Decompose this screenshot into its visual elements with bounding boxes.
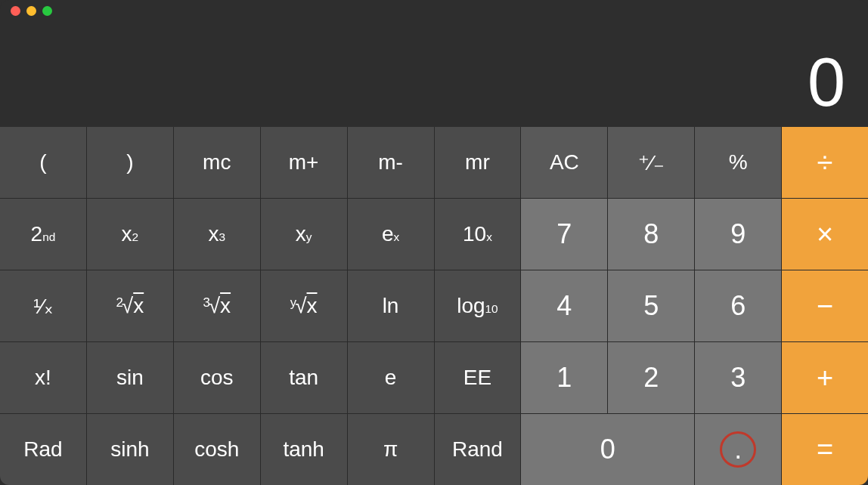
x-cubed-button[interactable]: x3 — [174, 199, 260, 270]
cosh-button[interactable]: cosh — [174, 414, 260, 485]
digit-5-button[interactable]: 5 — [608, 270, 694, 341]
memory-minus-button[interactable]: m- — [348, 127, 434, 198]
ee-button[interactable]: EE — [435, 342, 521, 413]
e-power-x-button[interactable]: ex — [348, 199, 434, 270]
minus-button[interactable]: − — [782, 270, 868, 341]
digit-6-button[interactable]: 6 — [695, 270, 781, 341]
display-value: 0 — [808, 48, 845, 116]
digit-8-button[interactable]: 8 — [608, 199, 694, 270]
title-bar — [0, 0, 868, 21]
percent-button[interactable]: % — [695, 127, 781, 198]
decimal-point-button[interactable]: . — [695, 414, 781, 485]
sin-button[interactable]: sin — [87, 342, 173, 413]
digit-0-button[interactable]: 0 — [521, 414, 694, 485]
plus-button[interactable]: + — [782, 342, 868, 413]
rand-button[interactable]: Rand — [435, 414, 521, 485]
log-base-10-button[interactable]: log10 — [435, 270, 521, 341]
e-constant-button[interactable]: e — [348, 342, 434, 413]
y-root-button[interactable]: y√x — [261, 270, 347, 341]
memory-recall-button[interactable]: mr — [435, 127, 521, 198]
rad-deg-button[interactable]: Rad — [0, 414, 86, 485]
cos-button[interactable]: cos — [174, 342, 260, 413]
keypad: ( ) mc m+ m- mr AC ⁺∕₋ % ÷ 2nd x2 x3 xy … — [0, 127, 868, 485]
digit-9-button[interactable]: 9 — [695, 199, 781, 270]
x-power-y-button[interactable]: xy — [261, 199, 347, 270]
all-clear-button[interactable]: AC — [521, 127, 607, 198]
multiply-button[interactable]: × — [782, 199, 868, 270]
tanh-button[interactable]: tanh — [261, 414, 347, 485]
factorial-button[interactable]: x! — [0, 342, 86, 413]
window-zoom-button[interactable] — [42, 6, 52, 16]
digit-1-button[interactable]: 1 — [521, 342, 607, 413]
result-display: 0 — [0, 21, 868, 127]
divide-button[interactable]: ÷ — [782, 127, 868, 198]
plus-minus-button[interactable]: ⁺∕₋ — [608, 127, 694, 198]
window-minimize-button[interactable] — [26, 6, 36, 16]
calculator-window: 0 ( ) mc m+ m- mr AC ⁺∕₋ % ÷ 2nd x2 x3 x… — [0, 0, 868, 485]
equals-button[interactable]: = — [782, 414, 868, 485]
window-close-button[interactable] — [11, 6, 20, 16]
sinh-button[interactable]: sinh — [87, 414, 173, 485]
paren-close-button[interactable]: ) — [87, 127, 173, 198]
paren-open-button[interactable]: ( — [0, 127, 86, 198]
reciprocal-button[interactable]: ¹∕ₓ — [0, 270, 86, 341]
digit-7-button[interactable]: 7 — [521, 199, 607, 270]
natural-log-button[interactable]: ln — [348, 270, 434, 341]
ten-power-x-button[interactable]: 10x — [435, 199, 521, 270]
pi-button[interactable]: π — [348, 414, 434, 485]
tan-button[interactable]: tan — [261, 342, 347, 413]
square-root-button[interactable]: 2√x — [87, 270, 173, 341]
digit-2-button[interactable]: 2 — [608, 342, 694, 413]
cube-root-button[interactable]: 3√x — [174, 270, 260, 341]
digit-4-button[interactable]: 4 — [521, 270, 607, 341]
second-function-button[interactable]: 2nd — [0, 199, 86, 270]
digit-3-button[interactable]: 3 — [695, 342, 781, 413]
memory-plus-button[interactable]: m+ — [261, 127, 347, 198]
x-squared-button[interactable]: x2 — [87, 199, 173, 270]
memory-clear-button[interactable]: mc — [174, 127, 260, 198]
